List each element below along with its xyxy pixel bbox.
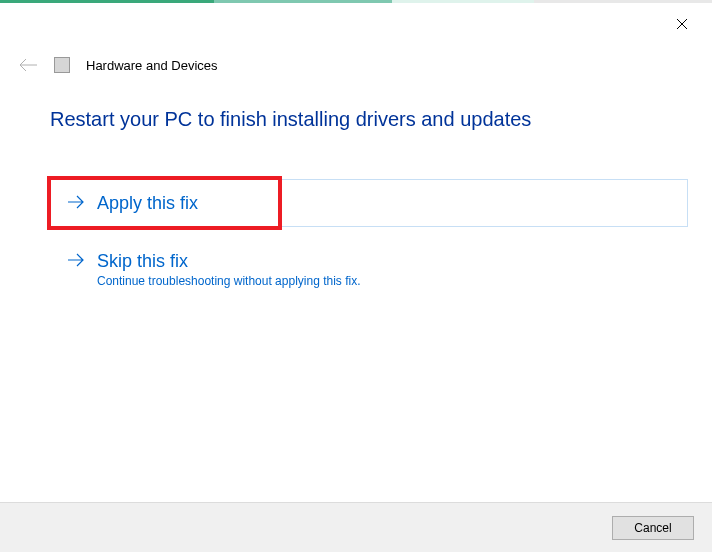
close-button[interactable] xyxy=(670,12,694,36)
back-arrow-icon xyxy=(18,55,38,75)
skip-fix-sublabel: Continue troubleshooting without applyin… xyxy=(97,274,361,288)
apply-fix-label: Apply this fix xyxy=(97,192,198,214)
header: Hardware and Devices xyxy=(18,55,694,75)
skip-fix-option[interactable]: Skip this fix Continue troubleshooting w… xyxy=(50,237,688,301)
footer: Cancel xyxy=(0,502,712,552)
troubleshooter-icon xyxy=(54,57,70,73)
window-title: Hardware and Devices xyxy=(86,58,218,73)
window-top-accent xyxy=(0,0,712,3)
content-area: Restart your PC to finish installing dri… xyxy=(50,108,688,301)
apply-fix-option[interactable]: Apply this fix xyxy=(50,179,688,227)
arrow-right-icon xyxy=(67,250,85,272)
page-heading: Restart your PC to finish installing dri… xyxy=(50,108,688,131)
skip-fix-label: Skip this fix xyxy=(97,250,361,272)
close-icon xyxy=(676,18,688,30)
cancel-button[interactable]: Cancel xyxy=(612,516,694,540)
arrow-right-icon xyxy=(67,192,85,214)
